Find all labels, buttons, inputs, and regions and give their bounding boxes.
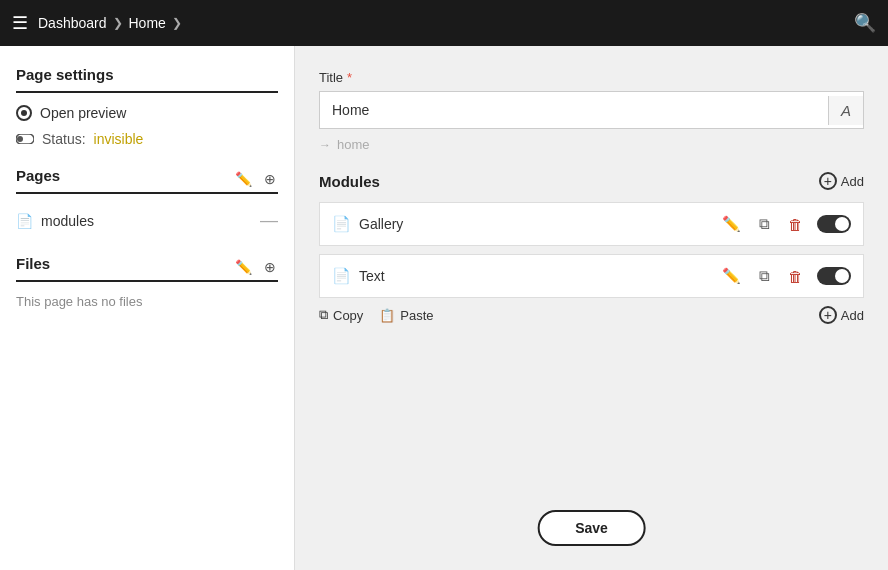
- no-files-text: This page has no files: [16, 294, 278, 309]
- status-row: Status: invisible: [16, 131, 278, 147]
- copy-paste-group: ⧉ Copy 📋 Paste: [319, 307, 434, 323]
- title-input-row: A: [319, 91, 864, 129]
- module-row-text: 📄 Text ✏️ ⧉ 🗑: [319, 254, 864, 298]
- gallery-actions: ✏️ ⧉ 🗑: [718, 213, 851, 235]
- text-copy-button[interactable]: ⧉: [755, 265, 774, 287]
- paste-icon: 📋: [379, 308, 395, 323]
- search-button[interactable]: 🔍: [854, 12, 876, 34]
- sidebar: Page settings Open preview Status: invis…: [0, 46, 295, 570]
- main-layout: Page settings Open preview Status: invis…: [0, 46, 888, 570]
- text-delete-button[interactable]: 🗑: [784, 266, 807, 287]
- breadcrumb-sep-2: ❯: [172, 16, 182, 30]
- modules-add-top-button[interactable]: + Add: [819, 172, 864, 190]
- status-value: invisible: [94, 131, 144, 147]
- open-preview-row[interactable]: Open preview: [16, 105, 278, 121]
- hamburger-icon[interactable]: ☰: [12, 12, 28, 34]
- main-content: Title * A → home Modules + Add: [295, 46, 888, 570]
- module-row-gallery: 📄 Gallery ✏️ ⧉ 🗑: [319, 202, 864, 246]
- gallery-file-icon: 📄: [332, 215, 351, 233]
- pages-item-modules[interactable]: 📄 modules —: [16, 206, 278, 235]
- status-label: Status:: [42, 131, 86, 147]
- required-star: *: [347, 70, 352, 85]
- save-button[interactable]: Save: [537, 510, 646, 546]
- breadcrumb: Dashboard ❯ Home ❯: [38, 15, 188, 31]
- paste-label: Paste: [400, 308, 433, 323]
- status-icon: [16, 134, 34, 144]
- text-file-icon: 📄: [332, 267, 351, 285]
- breadcrumb-dashboard[interactable]: Dashboard: [38, 15, 107, 31]
- text-actions: ✏️ ⧉ 🗑: [718, 265, 851, 287]
- svg-point-1: [17, 136, 23, 142]
- breadcrumb-home[interactable]: Home: [129, 15, 166, 31]
- page-file-icon: 📄: [16, 213, 33, 229]
- open-preview-label: Open preview: [40, 105, 126, 121]
- modules-title: Modules: [319, 173, 380, 190]
- text-edit-button[interactable]: ✏️: [718, 265, 745, 287]
- slug-row: → home: [319, 137, 864, 152]
- modules-add-bottom-button[interactable]: + Add: [819, 306, 864, 324]
- files-add-button[interactable]: ⊕: [262, 257, 278, 277]
- paste-button[interactable]: 📋 Paste: [379, 308, 433, 323]
- page-settings-divider: [16, 91, 278, 93]
- add-circle-icon: +: [819, 172, 837, 190]
- text-name: Text: [359, 268, 718, 284]
- gallery-copy-button[interactable]: ⧉: [755, 213, 774, 235]
- top-nav: ☰ Dashboard ❯ Home ❯ 🔍: [0, 0, 888, 46]
- gallery-name: Gallery: [359, 216, 718, 232]
- gallery-delete-button[interactable]: 🗑: [784, 214, 807, 235]
- copy-button[interactable]: ⧉ Copy: [319, 307, 363, 323]
- breadcrumb-sep-1: ❯: [113, 16, 123, 30]
- add-top-label: Add: [841, 174, 864, 189]
- page-settings-title: Page settings: [16, 66, 114, 83]
- text-toggle[interactable]: [817, 267, 851, 285]
- title-input[interactable]: [320, 92, 828, 128]
- files-section: Files ✏️ ⊕ This page has no files: [16, 255, 278, 309]
- title-field: Title * A → home: [319, 70, 864, 152]
- files-divider: [16, 280, 278, 282]
- pages-section: Pages ✏️ ⊕ 📄 modules —: [16, 167, 278, 235]
- preview-circle-icon: [16, 105, 32, 121]
- pages-add-button[interactable]: ⊕: [262, 169, 278, 189]
- save-btn-container: Save: [537, 510, 646, 546]
- add-bottom-label: Add: [841, 308, 864, 323]
- page-item-label: modules: [41, 213, 94, 229]
- modules-header: Modules + Add: [319, 172, 864, 190]
- pages-divider: [16, 192, 278, 194]
- add-bottom-circle-icon: +: [819, 306, 837, 324]
- page-settings-section: Page settings Open preview Status: invis…: [16, 66, 278, 147]
- slug-value: home: [337, 137, 370, 152]
- files-title: Files: [16, 255, 50, 272]
- copy-label: Copy: [333, 308, 363, 323]
- gallery-toggle[interactable]: [817, 215, 851, 233]
- modules-section: Modules + Add 📄 Gallery ✏️ ⧉ 🗑 📄: [319, 172, 864, 324]
- actions-row: ⧉ Copy 📋 Paste + Add: [319, 306, 864, 324]
- font-button[interactable]: A: [828, 96, 863, 125]
- copy-icon: ⧉: [319, 307, 328, 323]
- title-label: Title *: [319, 70, 864, 85]
- pages-edit-button[interactable]: ✏️: [233, 169, 254, 189]
- slug-arrow: →: [319, 138, 331, 152]
- pages-title: Pages: [16, 167, 60, 184]
- files-edit-button[interactable]: ✏️: [233, 257, 254, 277]
- gallery-edit-button[interactable]: ✏️: [718, 213, 745, 235]
- pages-item-dash: —: [260, 210, 278, 231]
